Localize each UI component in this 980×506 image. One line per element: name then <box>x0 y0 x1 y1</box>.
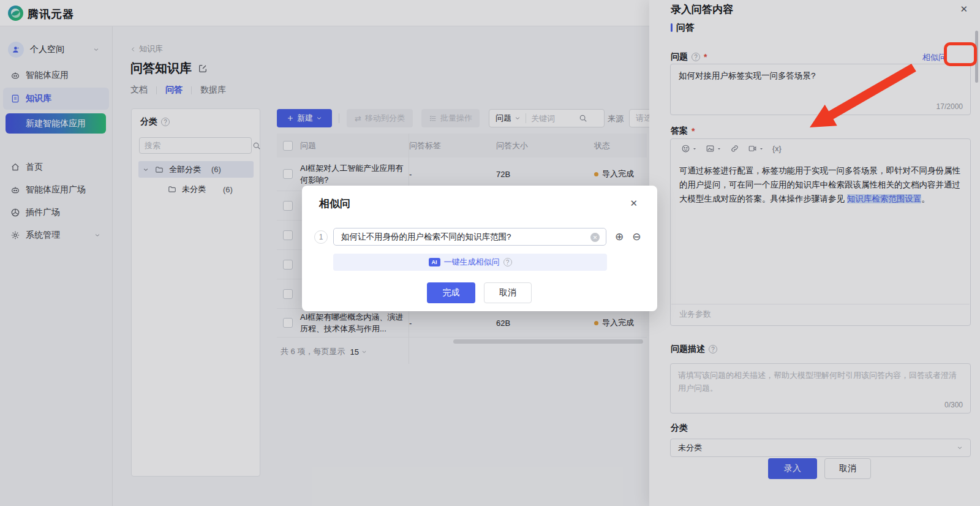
app-window: 腾讯元器 个人空间 智能体应用 知识库 新建智能体应用 首页 智能体应用广场 <box>0 0 980 506</box>
close-icon[interactable]: ✕ <box>630 198 638 209</box>
similar-question-input[interactable] <box>334 228 606 245</box>
remove-row-icon[interactable]: ⊖ <box>632 232 641 242</box>
modal-confirm-button[interactable]: 完成 <box>427 282 475 303</box>
ai-badge-icon: AI <box>429 258 440 266</box>
similar-question-row: 1 ✕ ⊕ ⊖ <box>314 228 641 246</box>
generate-similar-button[interactable]: AI 一键生成相似问 ? <box>333 254 607 271</box>
modal-cancel-button[interactable]: 取消 <box>484 282 532 303</box>
help-icon[interactable]: ? <box>503 258 512 266</box>
similar-question-input-wrap: ✕ <box>333 228 606 246</box>
clear-input-icon[interactable]: ✕ <box>590 233 600 242</box>
modal-title: 相似问 <box>319 197 350 211</box>
row-index-badge: 1 <box>314 230 328 244</box>
add-row-icon[interactable]: ⊕ <box>615 232 624 242</box>
annotation-highlight-box <box>944 42 977 66</box>
similar-question-modal: 相似问 ✕ 1 ✕ ⊕ ⊖ AI 一键生成相似问 ? 完成 取消 <box>302 186 657 311</box>
annotation-arrow <box>796 58 925 135</box>
